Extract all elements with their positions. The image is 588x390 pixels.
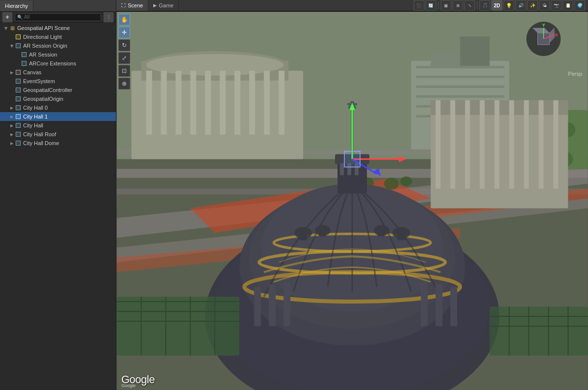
item-label: GeospatialOrigin xyxy=(23,96,63,102)
svg-rect-27 xyxy=(264,71,270,135)
tool-transform[interactable]: ⊕ xyxy=(118,78,130,90)
hierarchy-item-geospatial-api-scene[interactable]: ▶ ⊞ Geospatial API Scene ⋮ xyxy=(0,24,116,32)
svg-point-18 xyxy=(146,54,284,76)
hierarchy-options-btn[interactable]: ⋮ xyxy=(103,12,114,23)
hierarchy-item-ar-session[interactable]: AR Session xyxy=(0,50,116,59)
scene-btn-layers[interactable]: 📋 xyxy=(562,0,573,11)
scene-btn-scale[interactable]: ⤡ xyxy=(464,0,475,11)
item-label: EventSystem xyxy=(23,78,55,84)
svg-rect-58 xyxy=(340,163,344,176)
cube-icon xyxy=(15,104,22,111)
svg-rect-75 xyxy=(269,284,276,326)
scene-btn-skybox[interactable]: 🌤 xyxy=(539,0,550,11)
hierarchy-tree: ▶ ⊞ Geospatial API Scene ⋮ Directional L… xyxy=(0,23,116,390)
tool-rect[interactable]: ⊡ xyxy=(118,65,130,77)
tool-rotate[interactable]: ↻ xyxy=(118,39,130,51)
tree-arrow: ▶ xyxy=(9,115,15,119)
cube-icon xyxy=(21,60,28,67)
hierarchy-item-directional-light[interactable]: Directional Light xyxy=(0,32,116,41)
hierarchy-item-geospatial-origin[interactable]: GeospatialOrigin xyxy=(0,94,116,103)
item-label: Geospatial API Scene xyxy=(17,25,70,31)
hierarchy-item-canvas[interactable]: ▶ Canvas xyxy=(0,68,116,77)
svg-rect-9 xyxy=(416,66,504,68)
hierarchy-item-arcore-extensions[interactable]: ARCore Extensions xyxy=(0,59,116,68)
svg-rect-26 xyxy=(249,71,255,135)
scene-btn-2d[interactable]: 2D xyxy=(491,0,503,11)
scene-btn-effects[interactable]: ✨ xyxy=(527,0,538,11)
scene-view[interactable]: Y X Persp ✋ ✛ ↻ ⤢ ⊡ xyxy=(116,12,588,390)
tool-scale[interactable]: ⤢ xyxy=(118,52,130,64)
svg-rect-39 xyxy=(495,100,500,189)
svg-rect-74 xyxy=(254,287,261,326)
tool-move[interactable]: ✛ xyxy=(118,27,130,38)
game-tab-icon: ▶ xyxy=(153,3,157,8)
scene-btn-sound[interactable]: 🔊 xyxy=(515,0,526,11)
cube-icon xyxy=(21,51,28,58)
hierarchy-search[interactable]: 🔍 All xyxy=(15,13,101,21)
item-label: ARCore Extensions xyxy=(29,60,76,66)
hierarchy-item-city-hall-1[interactable]: ▶ City Hall 1 xyxy=(0,112,116,121)
svg-point-44 xyxy=(384,178,399,190)
tree-arrow: ▶ xyxy=(9,106,15,110)
tab-scene[interactable]: ⛶ Scene xyxy=(116,0,148,11)
item-menu-icon: ⋮ xyxy=(112,26,116,30)
scene-btn-globe[interactable]: 🌍 xyxy=(574,0,585,11)
item-label: GeospatialController xyxy=(23,87,72,93)
svg-rect-43 xyxy=(553,100,558,189)
cube-icon xyxy=(15,140,22,147)
svg-rect-67 xyxy=(299,228,307,240)
svg-rect-69 xyxy=(319,225,326,236)
tab-hierarchy[interactable]: Hierarchy xyxy=(0,0,33,11)
svg-rect-22 xyxy=(190,71,196,135)
hierarchy-item-ar-session-origin[interactable]: ▶ AR Session Origin xyxy=(0,41,116,50)
scene-viewport: Y X Persp ✋ ✛ ↻ ⤢ ⊡ xyxy=(116,12,588,390)
svg-rect-80 xyxy=(117,297,240,356)
cube-icon xyxy=(15,95,22,102)
svg-text:Persp: Persp xyxy=(568,71,582,77)
svg-rect-15 xyxy=(132,71,304,159)
scene-tab-label: Scene xyxy=(128,2,143,8)
svg-rect-8 xyxy=(460,36,490,66)
svg-rect-73 xyxy=(397,228,405,240)
search-icon: 🔍 xyxy=(17,15,23,20)
tree-arrow: ▶ xyxy=(9,70,15,75)
svg-rect-35 xyxy=(436,100,441,189)
scene-btn-audio[interactable]: 🎵 xyxy=(479,0,490,11)
separator2 xyxy=(477,1,477,9)
svg-rect-28 xyxy=(279,71,284,135)
svg-rect-42 xyxy=(539,100,544,189)
item-label: City Hall Dome xyxy=(23,140,59,146)
tree-arrow: ▶ xyxy=(9,123,15,128)
tree-arrow: ▶ xyxy=(9,141,15,146)
scene-btn-move[interactable]: ⬛ xyxy=(414,0,424,11)
hierarchy-item-city-hall-2[interactable]: ▶ City Hall xyxy=(0,121,116,130)
scene-btn-camera[interactable]: 📷 xyxy=(551,0,561,11)
hierarchy-item-event-system[interactable]: EventSystem xyxy=(0,77,116,86)
tab-game[interactable]: ▶ Game xyxy=(148,0,179,11)
hierarchy-item-geospatial-controller[interactable]: GeospatialController xyxy=(0,86,116,94)
hierarchy-add-btn[interactable]: + xyxy=(2,12,13,23)
tool-hand[interactable]: ✋ xyxy=(118,14,130,26)
svg-rect-88 xyxy=(490,306,588,356)
cube-icon xyxy=(15,69,22,76)
scene-btn-snap[interactable]: ⊞ xyxy=(452,0,463,11)
svg-rect-11 xyxy=(416,86,504,88)
svg-rect-71 xyxy=(378,225,385,236)
svg-rect-19 xyxy=(146,71,152,135)
hierarchy-item-city-hall-roof[interactable]: ▶ City Hall Roof xyxy=(0,130,116,139)
hierarchy-panel: + 🔍 All ⋮ ▶ ⊞ Geospatial API Scene ⋮ xyxy=(0,12,116,390)
svg-rect-40 xyxy=(509,100,514,189)
hierarchy-item-city-hall-dome[interactable]: ▶ City Hall Dome xyxy=(0,139,116,148)
cube-icon xyxy=(15,33,22,40)
scene-btn-light[interactable]: 💡 xyxy=(504,0,514,11)
hierarchy-item-city-hall-0[interactable]: ▶ City Hall 0 xyxy=(0,103,116,112)
hierarchy-tab-label: Hierarchy xyxy=(5,3,28,9)
scene-left-toolbar: ✋ ✛ ↻ ⤢ ⊡ ⊕ xyxy=(118,14,130,90)
svg-rect-36 xyxy=(450,100,455,189)
separator xyxy=(438,1,439,9)
scene-btn-rotate[interactable]: 🔄 xyxy=(425,0,436,11)
svg-rect-37 xyxy=(465,100,470,189)
scene-btn-grid[interactable]: ▦ xyxy=(441,0,451,11)
svg-rect-79 xyxy=(450,287,457,326)
cube-icon xyxy=(15,131,22,138)
